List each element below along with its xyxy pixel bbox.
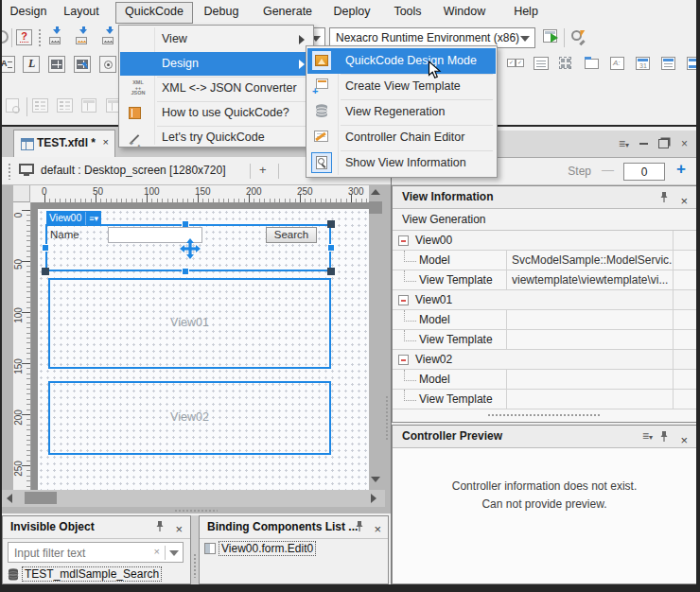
close-icon[interactable]: × [374, 519, 381, 540]
scroll-up-icon[interactable] [371, 189, 380, 195]
binding-component-item-label[interactable]: View00.form.Edit0 [219, 541, 316, 556]
panel-splitter-grip[interactable] [487, 413, 601, 417]
form-design-area[interactable]: View00≡▾ Name Search [38, 209, 369, 490]
table-row[interactable]: View Template [393, 330, 696, 350]
static-text-component-icon[interactable] [610, 57, 624, 70]
menu-tools[interactable]: Tools [384, 2, 431, 22]
frame-select-icon[interactable] [74, 56, 91, 73]
monthcalendar-component-icon[interactable] [661, 57, 675, 70]
bottom-splitter-grip[interactable] [174, 509, 218, 513]
literal-icon[interactable] [23, 56, 40, 73]
menu-window[interactable]: Window [433, 2, 496, 22]
menuitem-lets-try[interactable]: ✦ ✦ Let's try QuickCode [120, 126, 312, 149]
menu-layout[interactable]: Layout [55, 2, 108, 22]
table-row[interactable]: View02 [393, 350, 696, 370]
selection-component-icon[interactable] [559, 57, 571, 69]
search-button[interactable]: Search [266, 227, 317, 243]
menuitem-view[interactable]: View [120, 27, 312, 51]
clear-filter-icon[interactable]: × [154, 546, 160, 557]
close-icon[interactable]: × [175, 519, 183, 540]
minimize-icon[interactable] [639, 133, 648, 148]
filter-dropdown-icon[interactable] [169, 550, 179, 556]
table-row[interactable]: View01 [393, 290, 696, 310]
menu-deploy[interactable]: Deploy [324, 2, 380, 22]
resize-handle-bottomright[interactable] [327, 268, 335, 275]
vertical-scroll-thumb[interactable] [369, 201, 382, 214]
close-icon[interactable]: × [680, 429, 688, 451]
resize-handle-bottomleft[interactable] [42, 268, 49, 275]
collapse-icon[interactable] [398, 235, 409, 246]
bottom-panel-splitter[interactable] [191, 515, 199, 584]
view01-container[interactable]: View01 [48, 278, 331, 369]
format-text-icon[interactable] [0, 56, 15, 73]
table-row[interactable]: Model [393, 310, 696, 330]
menuitem-create-view-template[interactable]: + Create View Template [307, 74, 496, 99]
pin-icon[interactable] [658, 191, 670, 203]
menuitem-quickcode-design-mode[interactable]: QuickCode Design Mode [307, 48, 496, 74]
resize-handle-topright[interactable] [327, 220, 335, 228]
table-row[interactable]: View00 [393, 231, 696, 251]
menuitem-controller-chain-editor[interactable]: Controller Chain Editor [307, 125, 496, 150]
resize-handle-bottom[interactable] [182, 268, 189, 275]
step-input[interactable] [623, 163, 665, 181]
menu-help[interactable]: Help [503, 2, 549, 22]
resize-handle-right[interactable] [327, 244, 335, 252]
menu-quickcode[interactable]: QuickCode [115, 2, 193, 24]
menuitem-view-regeneration[interactable]: View Regeneration [307, 99, 496, 125]
scroll-left-icon[interactable] [7, 494, 12, 503]
invisible-object-item-label[interactable]: TEST_mdlSample_Search [22, 566, 162, 582]
view02-container[interactable]: View02 [48, 381, 331, 455]
right-splitter-grip[interactable] [385, 395, 389, 441]
panel-menu-icon[interactable]: ≡▾ [642, 429, 653, 444]
calendar-component-icon[interactable] [636, 57, 650, 70]
combo-dropdown-icon[interactable] [520, 36, 530, 42]
view00-tag[interactable]: View00≡▾ [46, 211, 101, 224]
pin-icon[interactable] [154, 520, 166, 532]
quick-find-icon[interactable] [570, 28, 588, 46]
menuitem-design[interactable]: Design [120, 52, 312, 76]
scroll-right-icon[interactable] [371, 494, 376, 503]
panel-menu-icon[interactable]: ≡▾ [619, 137, 629, 152]
menu-debug[interactable]: Debug [195, 2, 248, 22]
tab-test-xfdl[interactable]: TEST.xfdl * × [13, 130, 115, 157]
add-screen-button[interactable]: + [259, 163, 267, 177]
collapse-icon[interactable] [398, 355, 409, 365]
view00-menu-icon[interactable]: ≡▾ [85, 212, 98, 225]
table-row[interactable]: View Template viewtemplate\viewtemplate\… [393, 270, 696, 290]
table-row[interactable]: Model [393, 370, 696, 390]
launch-runtime-icon[interactable] [543, 29, 557, 43]
invisible-object-item[interactable]: TEST_mdlSample_Search [8, 566, 162, 582]
menuitem-how-to-use[interactable]: How to use QuickCode? [120, 101, 312, 125]
radio-component-icon[interactable] [99, 56, 116, 73]
step-minus-button[interactable]: — [602, 163, 614, 177]
listbox-component-icon[interactable] [534, 57, 549, 70]
frameset-icon[interactable] [48, 56, 65, 73]
import-template-icon[interactable] [100, 29, 116, 45]
name-static-label[interactable]: Name [50, 229, 79, 240]
step-plus-button[interactable]: + [676, 160, 686, 179]
menuitem-xml-json-converter[interactable]: XML++JSON XML <-> JSON Converter [120, 77, 312, 100]
menuitem-show-view-information[interactable]: Show View Information [307, 150, 496, 176]
collapse-icon[interactable] [398, 295, 409, 305]
table-row[interactable]: Model SvcModelSample::ModelServic... [393, 251, 696, 270]
screen-info-label[interactable]: default : Desktop_screen [1280x720] [41, 164, 225, 177]
float-icon[interactable] [658, 138, 669, 151]
horizontal-scrollbar[interactable] [2, 490, 385, 507]
filter-input[interactable] [12, 544, 139, 563]
table-row[interactable]: View Template [393, 390, 696, 409]
toolbar-grip[interactable] [38, 28, 42, 47]
import-model-icon[interactable] [47, 29, 63, 45]
pin-icon[interactable] [354, 520, 365, 532]
checkbox-component-icon[interactable] [507, 58, 523, 67]
binding-component-item[interactable]: View00.form.Edit0 [204, 541, 316, 556]
menu-generate[interactable]: Generate [254, 2, 322, 22]
tab-close-icon[interactable]: × [103, 136, 109, 148]
menu-design[interactable]: Design [4, 2, 53, 22]
close-panel-icon[interactable]: × [681, 137, 688, 150]
help-doc-icon[interactable] [16, 29, 32, 45]
pin-icon[interactable] [658, 430, 670, 443]
resize-handle-left[interactable] [42, 244, 49, 252]
tab-component-icon[interactable] [585, 59, 599, 69]
screenbar-grip[interactable] [8, 163, 11, 180]
import-model-data-icon[interactable] [74, 29, 90, 45]
